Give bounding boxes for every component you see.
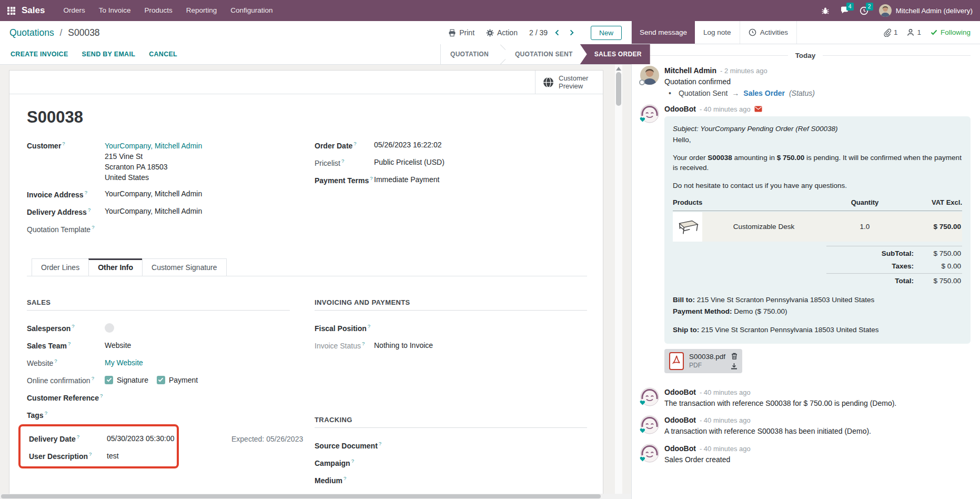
attachment-info: S00038.pdf PDF [689,352,725,370]
status-quotation-sent[interactable]: QUOTATION SENT [506,44,582,64]
order-date-value[interactable]: 05/26/2023 16:22:02 [374,141,441,151]
message-author[interactable]: Mitchell Admin [664,66,716,76]
customer-preview-button[interactable]: Customer Preview [535,71,603,94]
odoobot-avatar[interactable] [640,444,659,463]
horizontal-scrollbar[interactable] [0,494,631,499]
status-sales-order[interactable]: SALES ORDER [580,44,650,64]
nav-item-reporting[interactable]: Reporting [179,0,224,21]
col-vat-excl: VAT Excl. [904,198,962,208]
user-avatar [879,4,892,17]
horizontal-scrollbar-thumb[interactable] [1,494,601,498]
tab-order-lines[interactable]: Order Lines [32,258,89,276]
sheet-body: S00038 Customer? YourCompany, Mitchell A… [9,94,603,494]
field-campaign: Campaign? [315,454,587,471]
action-buttons: CREATE INVOICE SEND BY EMAIL CANCEL [11,44,177,64]
user-menu[interactable]: Mitchell Admin (delivery) [879,4,973,17]
customer-link[interactable]: YourCompany, Mitchell Admin [105,141,202,151]
nav-item-orders[interactable]: Orders [56,0,92,21]
website-value[interactable]: My Website [105,358,143,367]
delivery-date-value[interactable]: 05/30/2023 05:30:00 [107,434,174,443]
new-button[interactable]: New [591,26,622,40]
debug-bug-icon[interactable] [821,6,830,15]
nav-item-configuration[interactable]: Configuration [224,0,279,21]
invoice-address-value[interactable]: YourCompany, Mitchell Admin [105,189,202,200]
user-description-value[interactable]: test [107,452,119,460]
trash-icon[interactable] [731,353,737,360]
help-icon: ? [92,224,94,230]
message-header: OdooBot - 40 minutes ago [664,415,971,425]
email-subject: Subject: YourCompany Pending Order (Ref … [673,124,962,134]
scroll-up-arrow-icon[interactable] [616,67,621,71]
following-button[interactable]: Following [931,28,971,36]
apps-grid-icon[interactable] [7,7,15,15]
payment-checkbox[interactable] [157,376,165,384]
delivery-address-value[interactable]: YourCompany, Mitchell Admin [105,207,202,217]
activities-button[interactable]: Activities [740,21,797,44]
message-quotation-confirmed: Mitchell Admin - 2 minutes ago Quotation… [640,66,971,97]
help-icon: ? [368,323,370,329]
tracking-new-value[interactable]: Sales Order [743,89,785,97]
subtotal-label: SubTotal: [882,248,914,259]
sales-team-value[interactable]: Website [105,341,131,350]
status-quotation[interactable]: QUOTATION [441,44,498,64]
message-author[interactable]: OdooBot [664,387,696,397]
signature-checkbox[interactable] [105,376,113,384]
message-content: OdooBot - 40 minutes ago Subject: YourCo… [664,104,971,381]
create-invoice-button[interactable]: CREATE INVOICE [11,51,68,58]
odoobot-avatar[interactable] [640,104,659,123]
pricelist-value[interactable]: Public Pricelist (USD) [374,158,444,168]
tab-customer-signature[interactable]: Customer Signature [142,258,227,276]
download-icon[interactable] [731,363,737,370]
field-source-document: Source Document? [315,436,587,454]
send-by-email-button[interactable]: SEND BY EMAIL [82,51,136,58]
avatar[interactable] [640,66,659,85]
breadcrumb-quotations[interactable]: Quotations [9,27,54,38]
followers-counter[interactable]: 1 [907,28,921,36]
message-author[interactable]: OdooBot [664,415,696,425]
email-greeting: Hello, [673,135,962,145]
user-name: Mitchell Admin (delivery) [896,7,973,15]
print-button[interactable]: Print [448,28,474,37]
paperclip-icon [883,28,891,37]
customer-reference-label: Customer Reference? [27,393,105,402]
customer-preview-label: Customer Preview [559,74,593,90]
attachment-card[interactable]: S00038.pdf PDF [664,349,742,373]
attachments-counter[interactable]: 1 [883,28,898,37]
attachment-filename[interactable]: S00038.pdf [689,352,725,361]
message-author[interactable]: OdooBot [664,444,696,454]
online-confirmation-value: Signature Payment [105,376,198,384]
send-message-button[interactable]: Send message [632,21,695,44]
odoobot-avatar[interactable] [640,387,659,406]
workspace: Quotations / S00038 Print Action 2 / 39 [0,21,980,499]
invoice-status-value: Nothing to Invoice [374,341,433,350]
tab-other-info[interactable]: Other Info [88,258,143,276]
nav-item-products[interactable]: Products [138,0,179,21]
messages-icon[interactable]: 4 [840,6,849,15]
globe-icon [543,77,554,88]
pager-next-icon[interactable] [567,28,576,37]
total-row: Total:$ 750.00 [826,273,963,287]
payment-terms-value[interactable]: Immediate Payment [374,175,440,186]
salesperson-avatar[interactable] [105,323,114,333]
field-online-confirmation: Online confirmation? Signature [27,371,290,388]
vertical-scrollbar-thumb[interactable] [616,72,621,106]
message-author[interactable]: OdooBot [664,104,696,114]
activities-clock-icon[interactable]: 2 [860,6,868,15]
cancel-button[interactable]: CANCEL [149,51,177,58]
col-products: Products [673,198,825,208]
product-name: Customizable Desk [702,222,825,232]
form-view-container: Customer Preview S00038 Customer? YourCo… [0,65,631,494]
nav-item-to-invoice[interactable]: To Invoice [92,0,138,21]
payment-terms-label: Payment Terms? [315,175,374,186]
help-icon: ? [77,434,79,440]
odoobot-avatar[interactable] [640,415,659,434]
field-order-date: Order Date? 05/26/2023 16:22:02 [315,141,587,151]
help-icon: ? [351,458,354,464]
pager-previous-icon[interactable] [553,28,562,37]
message-header: OdooBot - 40 minutes ago [664,444,971,454]
app-name[interactable]: Sales [22,5,45,16]
signature-checkbox-label: Signature [117,376,148,384]
log-note-button[interactable]: Log note [695,21,740,44]
vertical-scrollbar[interactable] [615,65,622,494]
action-button[interactable]: Action [486,28,518,37]
